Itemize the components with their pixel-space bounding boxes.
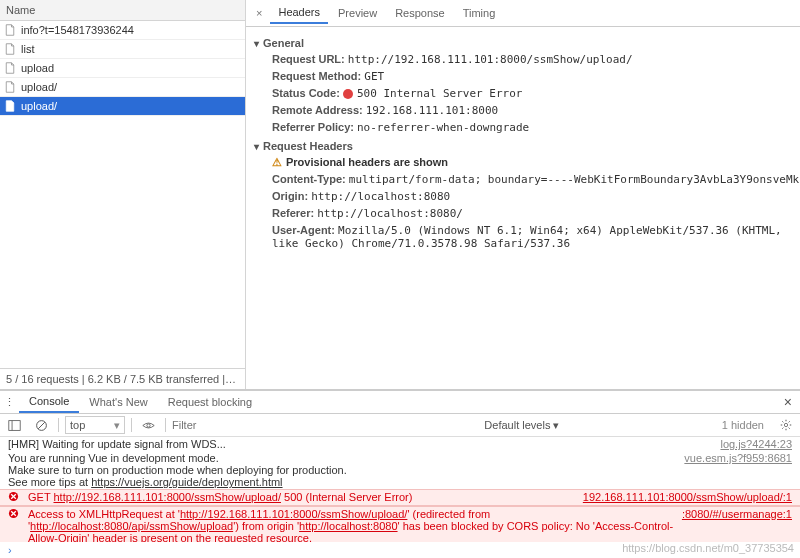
file-icon	[4, 100, 16, 112]
status-dot-icon	[343, 89, 353, 99]
file-icon	[4, 62, 16, 74]
request-name: upload/	[21, 100, 57, 112]
svg-line-12	[782, 428, 783, 429]
request-row[interactable]: upload	[0, 59, 245, 78]
console-error-line: Access to XMLHttpRequest at 'http://192.…	[0, 506, 800, 542]
svg-rect-0	[9, 420, 20, 430]
origin-value: http://localhost:8080	[311, 190, 450, 203]
section-request-headers-toggle[interactable]: ▾Request Headers	[254, 140, 800, 152]
headers-panel: ▾General Request URL: http://192.168.111…	[246, 27, 800, 389]
request-row[interactable]: list	[0, 40, 245, 59]
details-tabs: × Headers Preview Response Timing	[246, 0, 800, 27]
console-log-line: You are running Vue in development mode.…	[0, 451, 800, 489]
close-details-button[interactable]: ×	[250, 5, 268, 21]
gear-icon[interactable]	[776, 417, 796, 433]
referrer-policy-value: no-referrer-when-downgrade	[357, 121, 529, 134]
content-type-value: multipart/form-data; boundary=----WebKit…	[349, 173, 799, 186]
clear-console-button[interactable]	[31, 417, 52, 434]
section-general-toggle[interactable]: ▾General	[254, 37, 800, 49]
console-prompt[interactable]: ›	[0, 542, 800, 558]
error-icon	[8, 508, 20, 542]
request-row[interactable]: upload/	[0, 78, 245, 97]
tab-preview[interactable]: Preview	[330, 3, 385, 23]
tab-headers[interactable]: Headers	[270, 2, 328, 24]
drawer-tab-whats-new[interactable]: What's New	[79, 392, 157, 412]
request-name: list	[21, 43, 34, 55]
svg-point-4	[147, 423, 150, 426]
log-levels-selector[interactable]: Default levels ▾	[484, 419, 563, 432]
warning-icon: ⚠	[272, 156, 282, 168]
toggle-console-sidebar-button[interactable]	[4, 417, 25, 434]
remote-address-value: 192.168.111.101:8000	[366, 104, 498, 117]
request-url-value: http://192.168.111.101:8000/ssmShow/uplo…	[348, 53, 633, 66]
svg-line-11	[789, 428, 790, 429]
user-agent-value: Mozilla/5.0 (Windows NT 6.1; Win64; x64)…	[272, 224, 782, 250]
error-icon	[8, 491, 20, 504]
request-method-value: GET	[364, 70, 384, 83]
console-drawer: ⋮ Console What's New Request blocking × …	[0, 390, 800, 558]
svg-line-3	[38, 422, 45, 429]
context-selector[interactable]: top	[65, 416, 125, 434]
source-link[interactable]: 192.168.111.101:8000/ssmShow/upload/:1	[583, 491, 792, 504]
drawer-tab-request-blocking[interactable]: Request blocking	[158, 392, 262, 412]
console-filter-input[interactable]	[172, 419, 332, 431]
file-icon	[4, 43, 16, 55]
request-name: upload	[21, 62, 54, 74]
request-name: upload/	[21, 81, 57, 93]
source-link[interactable]: :8080/#/usermanage:1	[682, 508, 792, 542]
svg-line-10	[782, 421, 783, 422]
hidden-messages-badge[interactable]: 1 hidden	[716, 419, 770, 431]
tab-response[interactable]: Response	[387, 3, 453, 23]
status-code-value: 500 Internal Server Error	[357, 87, 523, 100]
file-icon	[4, 24, 16, 36]
svg-point-5	[784, 423, 787, 426]
request-row[interactable]: upload/	[0, 97, 245, 116]
network-request-list: Name info?t=1548173936244listuploaduploa…	[0, 0, 246, 389]
drawer-menu-button[interactable]: ⋮	[0, 394, 19, 411]
svg-line-13	[789, 421, 790, 422]
column-header-name[interactable]: Name	[0, 0, 245, 21]
triangle-down-icon: ▾	[254, 141, 259, 152]
triangle-down-icon: ▾	[254, 38, 259, 49]
referer-value: http://localhost:8080/	[317, 207, 463, 220]
file-icon	[4, 81, 16, 93]
tab-timing[interactable]: Timing	[455, 3, 504, 23]
console-error-line: GET http://192.168.111.101:8000/ssmShow/…	[0, 489, 800, 506]
request-name: info?t=1548173936244	[21, 24, 134, 36]
close-drawer-button[interactable]: ×	[776, 392, 800, 412]
source-link[interactable]: log.js?4244:23	[720, 438, 792, 450]
network-status-summary: 5 / 16 requests | 6.2 KB / 7.5 KB transf…	[0, 368, 245, 389]
eye-icon[interactable]	[138, 417, 159, 434]
drawer-tab-console[interactable]: Console	[19, 391, 79, 413]
source-link[interactable]: vue.esm.js?f959:8681	[684, 452, 792, 488]
request-row[interactable]: info?t=1548173936244	[0, 21, 245, 40]
console-log-line: [HMR] Waiting for update signal from WDS…	[0, 437, 800, 451]
